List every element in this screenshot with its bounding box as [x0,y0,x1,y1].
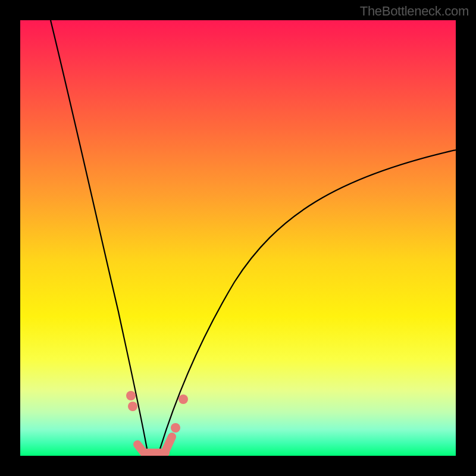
marker-dot [128,402,137,411]
curve-right-branch [160,150,456,449]
watermark-text: TheBottleneck.com [360,4,469,19]
bottleneck-curve [20,20,456,456]
curve-left-branch [51,20,147,449]
chart-plot-area [20,20,456,456]
marker-dot [171,423,180,433]
marker-dot [126,391,136,400]
marker-segment [165,437,172,451]
marker-dot [178,394,188,404]
